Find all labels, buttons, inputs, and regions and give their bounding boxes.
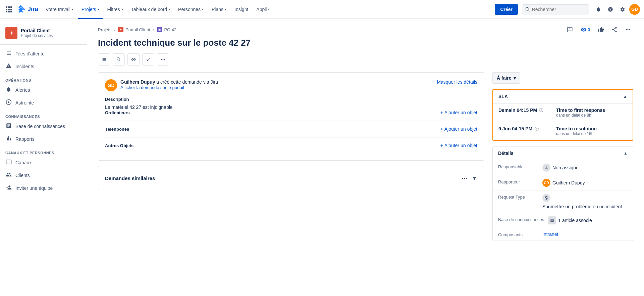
breadcrumb-sep-2: / [153, 27, 154, 32]
add-telephones-button[interactable]: + Ajouter un objet [440, 126, 477, 132]
object-field-ordinateurs: Ordinateurs + Ajouter un objet [105, 110, 477, 121]
sidebar-item-inviter-equipe[interactable]: Inviter une équipe [0, 182, 87, 195]
alerts-icon [5, 86, 12, 94]
clients-icon [5, 172, 12, 179]
sidebar-item-canaux[interactable]: Canaux [0, 156, 87, 169]
nav-plans[interactable]: Plans ▾ [208, 0, 230, 19]
user-avatar[interactable]: GD [629, 4, 640, 15]
search-in-issue-button[interactable] [113, 53, 125, 66]
share-button[interactable] [609, 24, 620, 35]
view-portal-link[interactable]: Afficher la demande sur le portail [120, 85, 184, 90]
object-fields: Ordinateurs + Ajouter un objet Téléhpone… [105, 110, 477, 154]
description-value: Le matériel 42 27 est injoignable [105, 104, 477, 110]
watch-button[interactable]: 1 [578, 25, 593, 34]
issue-toolbar [98, 53, 633, 66]
breadcrumb-projets[interactable]: Projets [98, 27, 111, 32]
more-toolbar-button[interactable] [157, 53, 169, 66]
sidebar-item-clients[interactable]: Clients [0, 169, 87, 182]
details-collapse-button[interactable]: ▲ [624, 151, 628, 156]
nav-appli[interactable]: Appli ▾ [253, 0, 273, 19]
sla-section: SLA ▲ Demain 04:15 PM Time to first resp… [492, 89, 633, 141]
link-icon [131, 57, 136, 62]
sidebar-item-rapports[interactable]: Rapports [0, 133, 87, 145]
more-actions-button[interactable] [623, 24, 633, 35]
masquer-details-button[interactable]: Masquer les détails [437, 79, 477, 85]
nav-tableaux[interactable]: Tableaux de bord ▾ [128, 0, 173, 19]
svg-rect-4 [8, 9, 10, 10]
responsable-label: Responsable [498, 164, 538, 169]
sidebar-item-alertes[interactable]: Alertes [0, 84, 87, 96]
thumbsup-button[interactable] [596, 24, 606, 35]
request-type-label: Request Type [498, 194, 538, 200]
svg-rect-0 [6, 6, 7, 8]
nav-projets[interactable]: Projets ▾ [78, 0, 103, 19]
kb-icon [548, 216, 556, 224]
similaires-expand-button[interactable]: ▾ [472, 173, 477, 183]
feedback-icon [567, 27, 573, 33]
detail-row-base-connaissances: Base de connaissances 1 article associé [493, 213, 633, 228]
creator-info: GD Guilhem Dupuy a créé cette demande vi… [105, 79, 477, 91]
nav-filtres[interactable]: Filtres ▾ [104, 0, 126, 19]
add-ordinateurs-button[interactable]: + Ajouter un objet [440, 110, 477, 115]
status-chevron: ▾ [514, 75, 516, 81]
help-button[interactable] [605, 4, 616, 15]
link-button[interactable] [127, 53, 140, 66]
sla-collapse-button[interactable]: ▲ [623, 94, 627, 99]
share-icon [611, 27, 618, 33]
sidebar-item-incidents[interactable]: Incidents [0, 60, 87, 73]
nav-votre-travail[interactable]: Votre travail ▾ [42, 0, 77, 19]
responsable-value: Non assigné [542, 164, 628, 172]
section-title-connaissances: CONNAISSANCES [0, 109, 87, 120]
details-header: Détails ▲ [493, 146, 633, 160]
more-toolbar-icon [160, 57, 166, 62]
grid-menu-button[interactable] [4, 5, 13, 14]
chevron-icon: ▾ [225, 7, 226, 11]
checklist-button[interactable] [98, 53, 110, 66]
chevron-icon: ▾ [202, 7, 204, 11]
svg-rect-2 [10, 6, 12, 8]
more-horiz-icon [625, 27, 631, 33]
create-button[interactable]: Créer [495, 4, 518, 15]
composants-label: Composants [498, 231, 538, 237]
section-title-operations: OPÉRATIONS [0, 73, 87, 84]
mark-done-button[interactable] [142, 53, 154, 66]
chevron-icon: ▾ [72, 7, 73, 11]
object-field-autres: Autres Objets + Ajouter un objet [105, 137, 477, 154]
settings-icon [620, 7, 625, 12]
astreinte-icon [5, 99, 12, 107]
plus-icon: + [440, 143, 443, 148]
queue-icon [5, 50, 12, 57]
breadcrumb-portail-client[interactable]: ✦ Portail Client [118, 27, 150, 32]
project-icon: ✦ [5, 27, 17, 39]
details-title: Détails [498, 151, 514, 156]
sidebar: ✦ Portail Client Projet de services File… [0, 19, 87, 296]
breadcrumb-pc42[interactable]: ▣ PC-42 [157, 27, 176, 32]
notifications-button[interactable] [593, 4, 604, 15]
add-autres-button[interactable]: + Ajouter un objet [440, 143, 477, 148]
status-button[interactable]: À faire ▾ [492, 72, 520, 84]
jira-logo[interactable]: Jira [16, 5, 38, 14]
issue-side-column: À faire ▾ SLA ▲ Demain 04:15 PM [492, 72, 633, 241]
base-connaissances-label: Base de connaissances [498, 216, 544, 222]
composants-link[interactable]: Intranet [542, 231, 558, 237]
sidebar-item-astreinte[interactable]: Astreinte [0, 96, 87, 109]
detail-row-responsable: Responsable Non assigné [493, 160, 633, 175]
nav-insight[interactable]: Insight [231, 0, 252, 19]
settings-button[interactable] [617, 4, 628, 15]
object-field-telephones: Téléhpones + Ajouter un objet [105, 121, 477, 137]
base-connaissances-value: 1 article associé [548, 216, 628, 224]
plus-icon: + [440, 126, 443, 132]
app-layout: ✦ Portail Client Projet de services File… [0, 19, 644, 296]
similaires-more-button[interactable]: ⋯ [460, 173, 469, 183]
sidebar-item-files-attente[interactable]: Files d'attente [0, 47, 87, 60]
project-type: Projet de services [21, 33, 53, 38]
search-input[interactable] [532, 7, 585, 12]
sla-name-2: Time to resolution [556, 126, 597, 131]
sidebar-item-base-connaissances[interactable]: Base de connaissances [0, 120, 87, 133]
nav-personnes[interactable]: Personnes ▾ [175, 0, 207, 19]
breadcrumb: Projets / ✦ Portail Client / ▣ PC-42 [98, 27, 633, 32]
search-bar[interactable] [522, 4, 589, 14]
sla-row-2: 9 Jun 04:15 PM Time to resolution dans u… [493, 122, 633, 140]
sla-title: SLA [498, 94, 508, 99]
feedback-button[interactable] [565, 24, 575, 35]
